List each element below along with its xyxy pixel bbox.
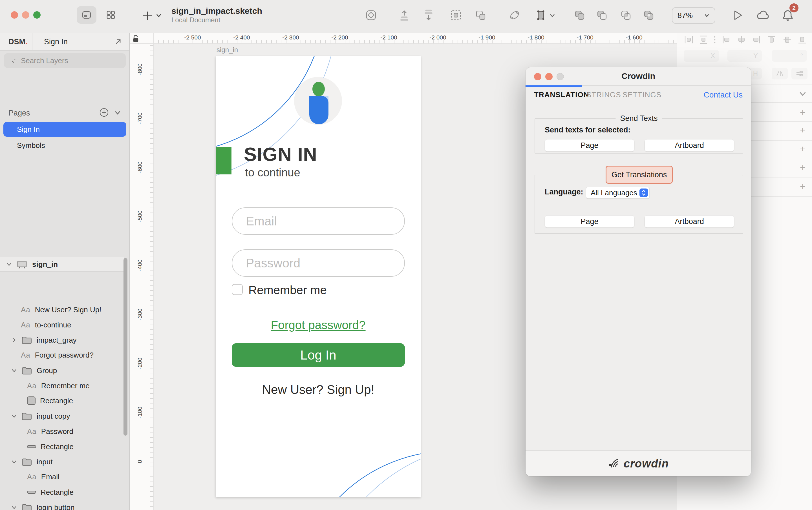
tab-strings[interactable]: STRINGS <box>586 90 621 99</box>
fullscreen-window-button[interactable] <box>33 11 40 19</box>
logo-green-dot[interactable] <box>312 82 325 96</box>
send-backward-button[interactable] <box>422 9 435 22</box>
add-fill-button[interactable]: + <box>798 124 808 136</box>
edit-shape-button[interactable] <box>534 9 547 22</box>
layer-row-text[interactable]: Aa Email <box>0 470 124 484</box>
tab-dsm[interactable]: DSM. <box>8 33 28 50</box>
insert-button[interactable] <box>141 9 154 22</box>
layer-row-artboard[interactable]: sign_in <box>0 257 124 272</box>
layer-row-group[interactable]: Group <box>0 363 124 378</box>
collapse-pages-button[interactable] <box>114 110 121 116</box>
language-select[interactable]: All Languages <box>586 187 649 199</box>
layer-row-group[interactable]: input copy <box>0 409 124 423</box>
signup-text[interactable]: New User? Sign Up! <box>216 383 420 397</box>
cloud-sync-button[interactable] <box>755 8 770 22</box>
x-position-field[interactable]: X <box>684 50 719 62</box>
chevron-down-icon[interactable] <box>11 505 17 510</box>
flip-horizontal-button[interactable] <box>772 68 788 80</box>
distribute-horizontally-button[interactable] <box>684 35 694 44</box>
page-item-sign-in[interactable]: Sign In <box>3 122 126 137</box>
minimize-window-button[interactable] <box>22 11 29 19</box>
chevron-right-icon[interactable] <box>11 337 17 342</box>
transform-button[interactable] <box>508 9 521 22</box>
signin-subheading[interactable]: to continue <box>245 166 300 179</box>
distribute-vertically-button[interactable] <box>699 35 708 44</box>
align-middle-vertical-button[interactable] <box>782 35 792 44</box>
tab-translation[interactable]: TRANSLATION <box>534 90 589 99</box>
search-field[interactable] <box>4 53 126 68</box>
boolean-difference-button[interactable] <box>642 9 655 22</box>
layer-row-text[interactable]: Aa to-continue <box>0 318 124 332</box>
layer-row-shape[interactable]: Rectangle <box>0 393 124 408</box>
flip-vertical-button[interactable] <box>791 68 808 80</box>
chevron-down-icon[interactable] <box>11 368 17 373</box>
get-artboard-button[interactable]: Artboard <box>644 215 734 228</box>
artboard-sign-in[interactable]: SIGN IN to continue Email Password Remem… <box>216 56 420 497</box>
add-page-button[interactable] <box>99 108 109 117</box>
send-page-button[interactable]: Page <box>545 139 634 152</box>
edit-shape-chevron[interactable] <box>549 13 555 18</box>
get-translations-button[interactable]: Get Translations <box>606 166 673 184</box>
layer-row-text[interactable]: Aa Forgot password? <box>0 348 124 362</box>
layer-row-shape[interactable]: Rectangle <box>0 439 124 454</box>
login-button[interactable]: Log In <box>232 343 405 367</box>
preview-button[interactable] <box>730 8 744 22</box>
password-field[interactable]: Password <box>232 249 405 277</box>
logo-blue-droplet[interactable] <box>309 96 328 124</box>
open-in-new-button[interactable] <box>114 38 122 46</box>
forgot-password-link[interactable]: Forgot password? <box>216 319 420 332</box>
group-button[interactable] <box>450 9 462 22</box>
boolean-subtract-button[interactable] <box>596 9 608 22</box>
page-item-symbols[interactable]: Symbols <box>3 138 126 153</box>
zoom-level-control[interactable]: 87% <box>672 7 715 24</box>
bring-forward-button[interactable] <box>398 9 411 22</box>
contact-us-link[interactable]: Contact Us <box>704 90 743 99</box>
align-middle-icon <box>782 35 792 44</box>
layer-row-text[interactable]: Aa Remember me <box>0 379 124 393</box>
signin-heading[interactable]: SIGN IN <box>244 143 317 165</box>
search-input[interactable] <box>20 56 114 65</box>
layer-row-text[interactable]: Aa New User? Sign Up! <box>0 302 124 317</box>
send-artboard-button[interactable]: Artboard <box>644 139 734 152</box>
remember-me-label[interactable]: Remember me <box>249 283 327 297</box>
chevron-down-icon[interactable] <box>11 414 17 419</box>
toggle-grid-view-button[interactable] <box>101 6 121 24</box>
collapse-section-button[interactable] <box>798 90 808 97</box>
tab-settings[interactable]: SETTINGS <box>622 90 662 99</box>
add-blur-button[interactable]: + <box>798 181 808 192</box>
insert-menu-chevron[interactable] <box>156 13 162 18</box>
align-top-button[interactable] <box>767 35 777 44</box>
layer-row-group[interactable]: impact_gray <box>0 333 124 348</box>
email-field[interactable]: Email <box>232 207 405 235</box>
chevron-down-icon[interactable] <box>11 459 17 464</box>
lock-icon[interactable] <box>132 34 139 43</box>
more-alignment-button[interactable] <box>712 35 717 44</box>
toggle-left-panel-button[interactable] <box>77 6 96 24</box>
boolean-intersect-button[interactable] <box>619 9 632 22</box>
close-window-button[interactable] <box>11 11 18 19</box>
add-shadow-button[interactable]: + <box>798 162 808 173</box>
create-symbol-button[interactable] <box>365 9 378 22</box>
align-center-horizontal-button[interactable] <box>737 35 746 44</box>
crowdin-titlebar[interactable]: Crowdin <box>526 67 751 86</box>
artboard-title[interactable]: sign_in <box>216 46 238 54</box>
layer-row-group[interactable]: input <box>0 454 124 469</box>
heading-green-square[interactable] <box>216 147 231 174</box>
align-left-button[interactable] <box>722 35 731 44</box>
align-bottom-button[interactable] <box>798 35 807 44</box>
y-position-field[interactable]: Y <box>727 50 762 62</box>
layer-list-scrollbar[interactable] <box>123 258 127 436</box>
chevron-down-icon[interactable] <box>6 262 12 267</box>
layer-row-group[interactable]: login button <box>0 500 124 510</box>
ungroup-button[interactable] <box>474 9 487 22</box>
layer-row-shape[interactable]: Rectangle <box>0 485 124 500</box>
get-page-button[interactable]: Page <box>545 215 634 228</box>
add-border-button[interactable]: + <box>798 143 808 154</box>
align-right-button[interactable] <box>751 35 761 44</box>
tab-current-page[interactable]: Sign In <box>44 33 68 50</box>
remember-me-checkbox[interactable] <box>232 284 243 295</box>
rotation-field[interactable]: ° <box>772 50 807 62</box>
add-style-button[interactable]: + <box>798 107 808 118</box>
layer-row-text[interactable]: Aa Password <box>0 424 124 439</box>
boolean-union-button[interactable] <box>573 9 586 22</box>
